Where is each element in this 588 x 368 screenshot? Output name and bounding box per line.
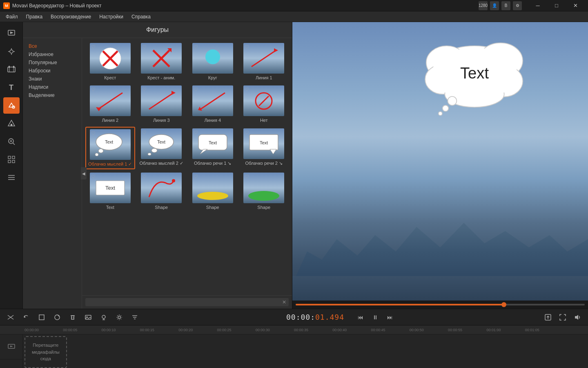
search-clear-button[interactable]: ✕ (282, 299, 286, 305)
menu-settings[interactable]: Настройки (95, 11, 127, 22)
favorite-thought2-btn[interactable]: ♡ (142, 130, 147, 135)
media-drop-zone[interactable]: Перетащитемедиафайлысюда (24, 336, 67, 368)
favorite-green-btn[interactable]: ♡ (245, 174, 249, 180)
shape-none[interactable]: ♡ Нет (239, 84, 289, 125)
category-signs[interactable]: Знаки (26, 75, 78, 83)
menu-help[interactable]: Справка (127, 11, 155, 22)
favorite-line1-btn[interactable]: ♡ (245, 44, 249, 50)
favorite-text-btn[interactable]: ♡ (91, 174, 96, 180)
collapse-categories-button[interactable]: ◀ (81, 167, 87, 180)
svg-text:Text: Text (157, 139, 165, 144)
tl-crop-btn[interactable] (35, 311, 48, 324)
pause-button[interactable]: ⏸ (369, 311, 382, 324)
title-right-icons: 1280 👤 B ⚙ (479, 1, 522, 10)
shape-circle[interactable]: ♡ Круг (188, 41, 238, 82)
tool-shapes[interactable] (3, 97, 20, 114)
tl-image-btn[interactable] (82, 311, 95, 324)
timecode-display: 00:00:01.494 (286, 313, 344, 321)
minimize-button[interactable]: ─ (528, 0, 547, 11)
tl-audio-btn[interactable] (97, 311, 110, 324)
favorite-thought1-btn[interactable]: ♡ (91, 130, 96, 136)
tool-zoom[interactable] (3, 133, 20, 150)
category-fav[interactable]: Избранное (26, 50, 78, 58)
tl-color-btn[interactable] (51, 311, 64, 324)
menu-playback[interactable]: Воспроизведение (47, 11, 95, 22)
category-sketch[interactable]: Наброски (26, 67, 78, 75)
tool-clip[interactable] (3, 61, 20, 78)
svg-marker-93 (575, 315, 578, 320)
tool-filters[interactable] (3, 115, 20, 132)
shape-line4[interactable]: ♡ Линия 4 (188, 84, 238, 125)
favorite-speech1-btn[interactable]: ♡ (194, 130, 198, 135)
svg-point-70 (448, 96, 457, 105)
favorite-line2-btn[interactable]: ♡ (91, 87, 96, 92)
volume-button[interactable] (571, 311, 584, 324)
tl-filter-btn[interactable] (128, 311, 141, 324)
shape-line1-svg (243, 43, 284, 74)
audio-track-label[interactable] (0, 359, 22, 368)
export-button[interactable] (541, 311, 555, 324)
shape-thought1[interactable]: ♡ Text Облачко мыслей 1 ✓ (85, 127, 135, 169)
tl-delete-btn[interactable] (66, 311, 79, 324)
shape-line3[interactable]: ♡ Линия 3 (137, 84, 187, 125)
tool-text[interactable]: T (3, 79, 20, 96)
tl-undo-btn[interactable] (20, 311, 33, 324)
progress-bar-thumb[interactable] (501, 302, 506, 307)
category-captions[interactable]: Надписи (26, 83, 78, 91)
maximize-button[interactable]: □ (547, 0, 566, 11)
track-labels (0, 334, 23, 368)
menu-edit[interactable]: Правка (22, 11, 47, 22)
shape-line2[interactable]: ♡ Линия 2 (85, 84, 135, 125)
svg-line-40 (200, 93, 225, 109)
shape-green[interactable]: ♡ Shape (239, 171, 289, 212)
favorite-speech2-btn[interactable]: ♡ (245, 130, 249, 135)
close-button[interactable]: ✕ (566, 0, 585, 11)
skip-prev-button[interactable]: ⏮ (354, 311, 367, 324)
shape-none-label: Нет (260, 117, 268, 123)
shape-circle-thumb: ♡ (192, 43, 233, 74)
search-input[interactable] (85, 298, 289, 306)
shape-text[interactable]: ♡ Text Text (85, 171, 135, 212)
favorite-line4-btn[interactable]: ♡ (194, 87, 198, 92)
tl-cut-btn[interactable] (4, 311, 17, 324)
shape-thought2[interactable]: ♡ Text Облачко мыслей 2 ✓ (137, 127, 187, 169)
shape-yellow[interactable]: ♡ Shape (188, 171, 238, 212)
shape-cross-anim[interactable]: ♡ Крест - аним. (137, 41, 187, 82)
favorite-line3-btn[interactable]: ♡ (142, 87, 147, 92)
shape-cross[interactable]: ♡ Крест (85, 41, 135, 82)
shape-line1[interactable]: ♡ Линия 1 (239, 41, 289, 82)
shape-speech2[interactable]: ♡ Text Облачко речи 2 ↘ (239, 127, 289, 169)
preview-area: Text (292, 22, 588, 309)
favorite-yellow-btn[interactable]: ♡ (194, 174, 198, 180)
progress-bar-track[interactable] (296, 304, 585, 305)
video-track-label[interactable] (0, 334, 22, 359)
shape-line3-thumb: ♡ (141, 85, 182, 116)
tool-fx[interactable] (3, 43, 20, 60)
ruler-tick: 00:00:25 (217, 328, 255, 332)
menu-file[interactable]: Файл (2, 11, 22, 22)
svg-rect-20 (8, 156, 11, 159)
favorite-circle-btn[interactable]: ♡ (194, 44, 198, 50)
shape-none-svg (243, 85, 284, 116)
tl-settings-btn[interactable] (113, 311, 126, 324)
shape-curve-red[interactable]: ♡ Shape (137, 171, 187, 212)
category-selection[interactable]: Выделение (26, 91, 78, 99)
categories-sidebar: Все Избранное Популярные Наброски Знаки … (23, 38, 82, 309)
tool-media[interactable] (3, 25, 20, 42)
fullscreen-button[interactable] (556, 311, 569, 324)
window-title: Movavi Видеоредактор – Новый проект (12, 3, 476, 9)
shape-green-svg (243, 173, 284, 203)
skip-next-button[interactable]: ⏭ (383, 311, 396, 324)
tool-mosaic[interactable] (3, 151, 20, 168)
category-popular[interactable]: Популярные (26, 58, 78, 67)
favorite-none-btn[interactable]: ♡ (245, 87, 249, 92)
shape-speech1[interactable]: ♡ Text Облачко речи 1 ↘ (188, 127, 238, 169)
favorite-curve-red-btn[interactable]: ♡ (142, 174, 147, 180)
category-all[interactable]: Все (26, 42, 78, 50)
title-bar: M Movavi Видеоредактор – Новый проект 12… (0, 0, 588, 11)
tool-list[interactable] (3, 169, 20, 186)
favorite-cross-btn[interactable]: ♡ (91, 44, 96, 50)
shape-line1-label: Линия 1 (256, 75, 272, 81)
favorite-cross-anim-btn[interactable]: ♡ (142, 44, 147, 50)
shape-circle-label: Круг (208, 75, 217, 81)
